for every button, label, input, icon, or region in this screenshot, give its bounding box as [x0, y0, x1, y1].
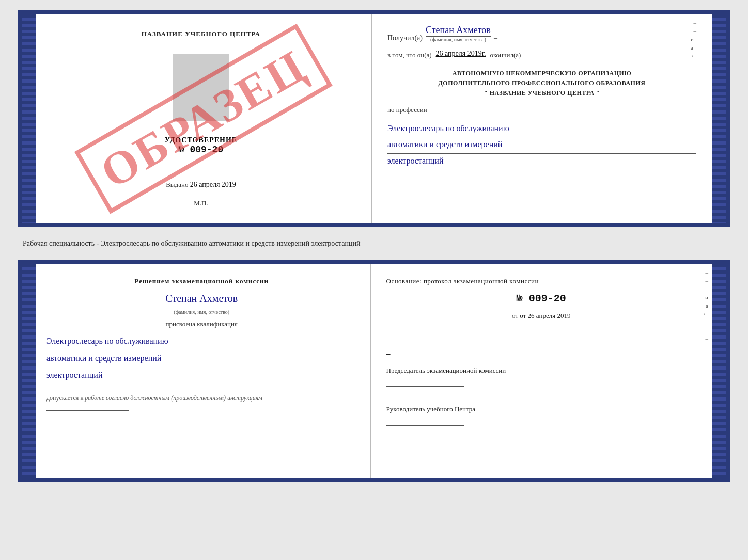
spine-left-bottom [22, 264, 36, 478]
bottom-doc-left-page: Решением экзаменационной комиссии Степан… [36, 264, 371, 478]
recipient-name: Степан Ахметов [426, 25, 491, 37]
sign-line-bottom-left [46, 410, 129, 411]
qual-line2: автоматики и средств измерений [46, 350, 357, 367]
fio-subtitle-top: (фамилия, имя, отчество) [426, 37, 491, 42]
top-doc-right-page: Получил(а) Степан Ахметов (фамилия, имя,… [372, 14, 712, 223]
org-line2: ДОПОЛНИТЕЛЬНОГО ПРОФЕССИОНАЛЬНОГО ОБРАЗО… [387, 78, 696, 88]
dopuskaetsya-line: допускается к работе согласно должностны… [46, 394, 357, 402]
vydano-line: Выдано 26 апреля 2019 [166, 181, 236, 189]
protocol-num: № 009-20 [386, 293, 697, 305]
dash-line1: – [386, 332, 697, 342]
dopuskaetsya-text: работе согласно должностным (производств… [85, 394, 262, 402]
vtom-line: в том, что он(а) 26 апреля 2019г. окончи… [387, 50, 696, 59]
top-doc-left-page: НАЗВАНИЕ УЧЕБНОГО ЦЕНТРА УДОСТОВЕРЕНИЕ №… [36, 14, 372, 223]
prof-line1: Электрослесарь по обслуживанию [387, 121, 696, 138]
rukovoditel-label: Руководитель учебного Центра [386, 404, 697, 415]
middle-text: Рабочая специальность - Электрослесарь п… [18, 235, 730, 252]
spine-right-top [712, 14, 726, 223]
bottom-fio-subtitle: (фамилия, имя, отчество) [46, 309, 357, 315]
ot-date: от от 26 апреля 2019 [386, 312, 697, 320]
udostoverenie-num: № 009-20 [165, 145, 237, 155]
rukovoditel-block: Руководитель учебного Центра [386, 404, 697, 426]
dopuskaetsya-label: допускается к [46, 394, 83, 402]
udostoverenie-block: УДОСТОВЕРЕНИЕ № 009-20 [165, 136, 237, 155]
bottom-person-name: Степан Ахметов [46, 293, 357, 307]
vydano-date: 26 апреля 2019 [190, 181, 236, 188]
osnovanie-title: Основание: протокол экзаменационной коми… [386, 277, 697, 285]
spine-right-bottom [712, 264, 726, 478]
org-line1: АВТОНОМНУЮ НЕКОММЕРЧЕСКУЮ ОРГАНИЗАЦИЮ [387, 69, 696, 78]
prof-line2: автоматики и средств измерений [387, 137, 696, 154]
spine-left [22, 14, 36, 223]
poluchil-label: Получил(а) [387, 34, 423, 42]
rukovoditel-sign-field [386, 425, 464, 426]
mp-line: М.П. [194, 199, 208, 207]
poprofessii-label: по профессии [387, 106, 696, 114]
photo-placeholder [173, 54, 229, 121]
top-document: НАЗВАНИЕ УЧЕБНОГО ЦЕНТРА УДОСТОВЕРЕНИЕ №… [18, 10, 730, 227]
bottom-name-block: Степан Ахметов (фамилия, имя, отчество) [46, 291, 357, 315]
poluchil-line: Получил(а) Степан Ахметов (фамилия, имя,… [387, 25, 696, 42]
ot-date-value: от 26 апреля 2019 [520, 312, 570, 319]
vydano-label: Выдано [166, 181, 188, 188]
vtom-label: в том, что он(а) [387, 51, 432, 59]
top-right-corner-marks: – – и а ← – [691, 20, 696, 67]
resheniem-title: Решением экзаменационной комиссии [46, 277, 357, 285]
qualification-lines: Электрослесарь по обслуживанию автоматик… [46, 333, 357, 385]
predsedatel-label: Председатель экзаменационной комиссии [386, 365, 697, 376]
org-line3: " НАЗВАНИЕ УЧЕБНОГО ЦЕНТРА " [387, 88, 696, 98]
udostoverenie-title: УДОСТОВЕРЕНИЕ [165, 136, 237, 145]
bottom-doc-right-page: Основание: протокол экзаменационной коми… [371, 264, 712, 478]
predsedatel-sign-field [386, 386, 464, 387]
qual-line3: электростанций [46, 367, 357, 385]
top-center-title: НАЗВАНИЕ УЧЕБНОГО ЦЕНТРА [142, 30, 261, 38]
bottom-document: Решением экзаменационной комиссии Степан… [18, 260, 730, 482]
prof-line3: электростанций [387, 154, 696, 170]
qual-line1: Электрослесарь по обслуживанию [46, 333, 357, 350]
dash-line2: – [386, 349, 697, 358]
right-edge-marks-bottom: – – – и а ← – – – [703, 269, 708, 342]
profession-lines: Электрослесарь по обслуживанию автоматик… [387, 121, 696, 170]
predsedatel-block: Председатель экзаменационной комиссии [386, 365, 697, 387]
okonchil-label: окончил(а) [490, 51, 521, 59]
vtom-date: 26 апреля 2019г. [436, 50, 486, 59]
org-block: АВТОНОМНУЮ НЕКОММЕРЧЕСКУЮ ОРГАНИЗАЦИЮ ДО… [387, 69, 696, 99]
prisvoena-label: присвоена квалификация [46, 320, 357, 328]
